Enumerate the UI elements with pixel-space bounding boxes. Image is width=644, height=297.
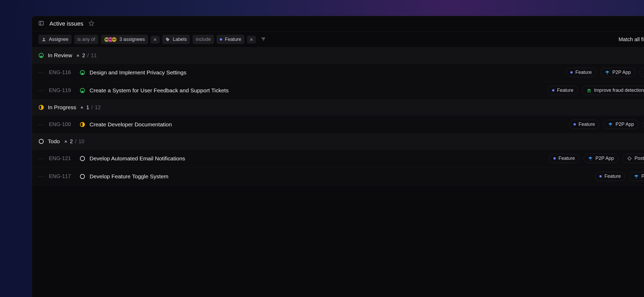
status-todo-icon[interactable] xyxy=(80,156,85,161)
label-text: Feature xyxy=(575,70,592,75)
diamond-icon xyxy=(627,156,632,161)
signpost-icon xyxy=(588,156,593,161)
label-pill[interactable]: Feature xyxy=(595,172,625,181)
issue-id: ENG-121 xyxy=(49,155,75,161)
svg-point-6 xyxy=(167,38,167,39)
group-header-todo[interactable]: Todo 2 / 10 xyxy=(32,133,644,150)
group-shown-count: 1 xyxy=(86,104,89,111)
label-pill[interactable]: Feature xyxy=(548,86,578,95)
issue-id: ENG-100 xyxy=(49,121,75,127)
issue-row[interactable]: ··· ENG-116 Design and Implement Privacy… xyxy=(32,64,644,82)
label-pill[interactable]: Feature xyxy=(569,120,599,129)
group-title: In Review xyxy=(48,52,72,59)
filter-assignee-remove-button[interactable] xyxy=(151,36,160,44)
issue-id: ENG-119 xyxy=(49,87,75,93)
issue-row[interactable]: ··· ENG-117 Develop Feature Toggle Syste… xyxy=(32,167,644,185)
group-counts: 1 / 12 xyxy=(80,104,101,111)
signpost-icon xyxy=(605,70,610,75)
label-text: P2P A xyxy=(641,174,644,179)
label-pill[interactable]: P2P App xyxy=(584,154,618,163)
issue-title: Create a System for User Feedback and Su… xyxy=(90,87,543,94)
label-dot-icon xyxy=(573,123,576,126)
label-text: P2P App xyxy=(615,122,634,127)
issue-id: ENG-117 xyxy=(49,173,75,179)
issue-row[interactable]: ··· ENG-119 Create a System for User Fee… xyxy=(32,82,644,99)
app-window: Active issues Assignee is any of MC BH N… xyxy=(32,16,644,297)
header-bar: Active issues xyxy=(32,16,644,32)
filter-settings-button[interactable] xyxy=(261,36,266,43)
label-text: Improve fraud detection mod xyxy=(594,88,644,93)
status-in-review-icon xyxy=(38,52,44,58)
filter-labels-label: Labels xyxy=(173,37,187,42)
favorite-star-button[interactable] xyxy=(88,20,94,27)
label-text: Feature xyxy=(558,156,575,161)
page-title: Active issues xyxy=(49,20,83,27)
svg-rect-19 xyxy=(587,92,591,92)
label-pill[interactable]: P2P A xyxy=(629,172,644,181)
label-dot-icon xyxy=(220,38,222,41)
group-header-in-progress[interactable]: In Progress 1 / 12 xyxy=(32,99,644,116)
label-text: Feature xyxy=(557,88,573,93)
status-in-progress-icon[interactable] xyxy=(80,122,85,127)
filter-labels-operator[interactable]: include xyxy=(193,35,214,44)
svg-rect-18 xyxy=(590,90,591,92)
sidebar-toggle-button[interactable] xyxy=(38,20,44,27)
filter-labels-remove-button[interactable] xyxy=(247,36,256,44)
drag-handle[interactable]: ··· xyxy=(38,155,45,161)
filter-labels-value[interactable]: Feature xyxy=(217,35,244,44)
label-pill[interactable] xyxy=(643,120,644,129)
filter-bar: Assignee is any of MC BH NN 3 assignees … xyxy=(32,32,644,47)
group-header-in-review[interactable]: In Review 2 / 11 xyxy=(32,47,644,64)
issue-title: Develop Automated Email Notifications xyxy=(90,155,545,162)
label-pill[interactable]: Feature xyxy=(566,68,596,77)
group-counts: 2 / 10 xyxy=(64,138,85,145)
filter-assignee-operator[interactable]: is any of xyxy=(74,35,98,44)
group-total-count: 12 xyxy=(95,104,101,111)
label-dot-icon xyxy=(553,157,556,160)
label-text: Feature xyxy=(604,174,621,179)
group-counts: 2 / 11 xyxy=(76,52,97,59)
svg-point-24 xyxy=(80,156,85,161)
drag-handle[interactable]: ··· xyxy=(38,69,45,75)
filter-assignee-value[interactable]: MC BH NN 3 assignees xyxy=(101,35,148,44)
svg-point-3 xyxy=(43,38,45,40)
signpost-icon xyxy=(634,174,639,179)
label-pill[interactable]: P2P App xyxy=(604,120,638,129)
issue-row[interactable]: ··· ENG-121 Develop Automated Email Noti… xyxy=(32,150,644,167)
filter-assignee-label: Assignee xyxy=(49,37,68,42)
svg-point-23 xyxy=(39,139,44,144)
drag-handle[interactable]: ··· xyxy=(38,121,45,127)
svg-rect-17 xyxy=(589,90,589,92)
issue-row[interactable]: ··· ENG-100 Create Developer Documentati… xyxy=(32,116,644,133)
label-dot-icon xyxy=(599,175,602,178)
issue-title: Create Developer Documentation xyxy=(90,121,565,128)
label-pill[interactable]: P2P App xyxy=(600,68,635,77)
filter-labels-field[interactable]: Labels xyxy=(162,35,190,44)
svg-point-26 xyxy=(80,174,85,179)
label-pill[interactable]: B xyxy=(640,68,644,77)
issue-title: Design and Implement Privacy Settings xyxy=(90,69,562,76)
label-pill[interactable]: Feature xyxy=(549,154,579,163)
label-text: Post-laun xyxy=(634,156,644,161)
person-icon xyxy=(41,37,46,42)
match-filters-toggle[interactable]: Match all filters xyxy=(619,36,644,42)
label-pill[interactable]: Improve fraud detection mod xyxy=(582,86,644,95)
signpost-icon xyxy=(608,122,613,127)
label-text: P2P App xyxy=(612,70,631,75)
label-pill[interactable]: Post-laun xyxy=(623,154,644,163)
group-total-count: 11 xyxy=(91,52,97,59)
filter-assignee-field[interactable]: Assignee xyxy=(38,35,72,44)
status-in-review-icon[interactable] xyxy=(80,88,85,93)
label-text: Feature xyxy=(578,122,595,127)
svg-rect-0 xyxy=(39,21,44,25)
drag-handle[interactable]: ··· xyxy=(38,173,45,179)
label-dot-icon xyxy=(570,71,573,74)
status-todo-icon[interactable] xyxy=(80,174,85,179)
issue-title: Develop Feature Toggle System xyxy=(90,173,591,180)
avatar-stack: MC BH NN xyxy=(104,37,117,42)
group-total-count: 10 xyxy=(78,138,84,145)
group-shown-count: 2 xyxy=(82,52,85,59)
status-in-review-icon[interactable] xyxy=(80,70,85,75)
drag-handle[interactable]: ··· xyxy=(38,87,45,93)
filter-assignee-count: 3 assignees xyxy=(119,37,145,42)
